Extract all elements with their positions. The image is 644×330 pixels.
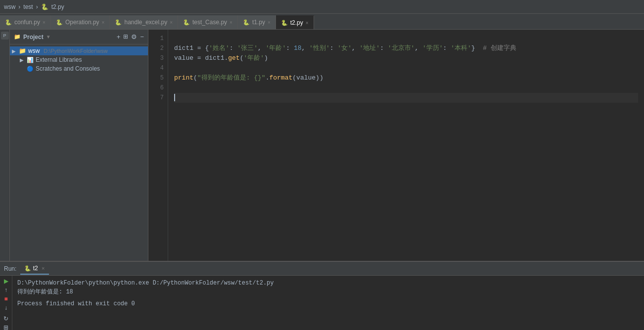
- close-t1[interactable]: ×: [268, 20, 271, 25]
- tree-item-external[interactable]: ▶ 📊 External Libraries: [10, 55, 148, 64]
- settings-icon[interactable]: ⚙: [131, 33, 137, 41]
- wsw-path: D:\PythonWorkFolder\wsw: [44, 48, 107, 54]
- tab-test-case[interactable]: 🐍 test_Case.py ×: [178, 15, 238, 29]
- sidebar-folder-icon: 📁: [14, 34, 21, 40]
- close-test-case[interactable]: ×: [230, 20, 232, 25]
- handle-excel-icon: 🐍: [115, 19, 122, 26]
- console-output: D:\PythonWorkFolder\python\python.exe D:…: [12, 276, 644, 330]
- bottom-tab-t2[interactable]: 🐍 t2 ×: [20, 263, 48, 275]
- code-line-6: [174, 83, 638, 93]
- close-handle-excel[interactable]: ×: [170, 20, 173, 25]
- breadcrumb-sep1: ›: [18, 3, 20, 10]
- run-side-buttons: ▶ ↑ ■ ↓ ↻ ⊞: [0, 276, 12, 330]
- file-icon: 🐍: [41, 3, 48, 10]
- breadcrumb-sep2: ›: [36, 3, 38, 10]
- arrow-external: ▶: [20, 57, 25, 63]
- line-num-6: 6: [148, 83, 164, 93]
- code-content[interactable]: dict1 = {'姓名': '张三', '年龄': 18, '性别': '女'…: [168, 30, 644, 261]
- close-operation[interactable]: ×: [102, 20, 105, 25]
- scratches-label: Scratches and Consoles: [36, 65, 100, 72]
- project-sidebar: 📁 Project ▼ + ⊞ ⚙ − ▶ 📁 wsw D:\PythonWor…: [10, 30, 148, 261]
- line-num-1: 1: [148, 34, 164, 43]
- run-tab-python-icon: 🐍: [24, 265, 31, 271]
- workspace-label[interactable]: wsw: [4, 3, 15, 10]
- tab-t1[interactable]: 🐍 t1.py ×: [238, 15, 276, 29]
- folder-label[interactable]: test: [23, 3, 33, 10]
- tab-handle-excel[interactable]: 🐍 handle_excel.py ×: [110, 15, 178, 29]
- bottom-tab-bar: Run: 🐍 t2 ×: [0, 262, 644, 276]
- line-num-2: 2: [148, 43, 164, 53]
- t1-icon: 🐍: [243, 19, 250, 26]
- arrow-down-button[interactable]: ↓: [2, 304, 10, 311]
- line-numbers: 1 2 3 4 5 6 7: [148, 30, 168, 261]
- top-breadcrumb: wsw › test › 🐍 t2.py: [0, 0, 644, 14]
- sidebar-title[interactable]: 📁 Project ▼: [14, 34, 51, 41]
- minimize-icon[interactable]: −: [140, 33, 144, 41]
- arrow-up-button[interactable]: ↑: [2, 287, 10, 293]
- scratches-icon: 🔵: [27, 66, 34, 72]
- line-num-5: 5: [148, 73, 164, 83]
- tree-item-scratches[interactable]: 🔵 Scratches and Consoles: [10, 64, 148, 73]
- code-editor[interactable]: 1 2 3 4 5 6 7 dict1 = {'姓名': '张三', '年龄':…: [148, 30, 644, 261]
- tab-t2[interactable]: 🐍 t2.py ×: [276, 15, 314, 29]
- code-line-1: [174, 34, 638, 43]
- left-panel: P: [0, 30, 10, 261]
- tab-confun[interactable]: 🐍 confun.py ×: [0, 15, 51, 29]
- project-tree: ▶ 📁 wsw D:\PythonWorkFolder\wsw ▶ 📊 Exte…: [10, 44, 148, 261]
- confun-icon: 🐍: [5, 19, 12, 26]
- sidebar-actions: + ⊞ ⚙ −: [117, 33, 144, 41]
- editor-area: 1 2 3 4 5 6 7 dict1 = {'姓名': '张三', '年龄':…: [148, 30, 644, 261]
- code-line-7: [174, 93, 638, 103]
- external-lib-label: External Libraries: [36, 56, 82, 63]
- editor-tab-bar: 🐍 confun.py × 🐍 Operation.py × 🐍 handle_…: [0, 14, 644, 30]
- main-area: P 📁 Project ▼ + ⊞ ⚙ − ▶ 📁 wsw D:\PythonW…: [0, 30, 644, 261]
- add-file-icon[interactable]: +: [117, 33, 121, 41]
- line-num-3: 3: [148, 53, 164, 63]
- code-line-2: dict1 = {'姓名': '张三', '年龄': 18, '性别': '女'…: [174, 43, 638, 53]
- cmd-line: D:\PythonWorkFolder\python\python.exe D:…: [17, 279, 639, 288]
- t2-icon: 🐍: [281, 20, 288, 26]
- sidebar-header: 📁 Project ▼ + ⊞ ⚙ −: [10, 30, 148, 44]
- code-line-3: value = dict1.get('年龄'): [174, 53, 638, 63]
- file-label[interactable]: t2.py: [51, 3, 64, 10]
- left-panel-icon-folder[interactable]: P: [1, 32, 9, 40]
- output-line: 得到的年龄值是: 18: [17, 288, 639, 296]
- tree-item-wsw[interactable]: ▶ 📁 wsw D:\PythonWorkFolder\wsw: [10, 46, 148, 55]
- play-button[interactable]: ▶: [2, 278, 10, 285]
- run-content-row: ▶ ↑ ■ ↓ ↻ ⊞ D:\PythonWorkFolder\python\p…: [0, 276, 644, 330]
- close-confun[interactable]: ×: [43, 20, 46, 25]
- run-label: Run:: [4, 265, 16, 272]
- code-line-5: print("得到的年龄值是: {}".format(value)): [174, 73, 638, 83]
- finish-line: Process finished with exit code 0: [17, 299, 639, 308]
- external-lib-icon: 📊: [27, 57, 34, 63]
- wsw-folder-icon: 📁: [19, 47, 26, 54]
- arrow-wsw: ▶: [12, 48, 17, 54]
- stop-button[interactable]: ■: [2, 295, 10, 302]
- operation-icon: 🐍: [56, 19, 63, 26]
- close-run-tab[interactable]: ×: [42, 265, 45, 271]
- line-num-7: 7: [148, 93, 164, 103]
- line-num-4: 4: [148, 63, 164, 73]
- bottom-panel: Run: 🐍 t2 × ▶ ↑ ■ ↓ ↻ ⊞ D:\PythonWorkFol…: [0, 261, 644, 330]
- close-t2[interactable]: ×: [306, 20, 309, 26]
- sidebar-dropdown-icon[interactable]: ▼: [46, 34, 51, 40]
- rerun-button[interactable]: ↻: [2, 315, 10, 322]
- wsw-label: wsw: [28, 47, 40, 54]
- test-case-icon: 🐍: [183, 19, 190, 26]
- layout-bottom-icon[interactable]: ⊞: [2, 324, 10, 330]
- tab-operation[interactable]: 🐍 Operation.py ×: [51, 15, 110, 29]
- code-line-4: [174, 63, 638, 73]
- layout-icon[interactable]: ⊞: [123, 33, 128, 41]
